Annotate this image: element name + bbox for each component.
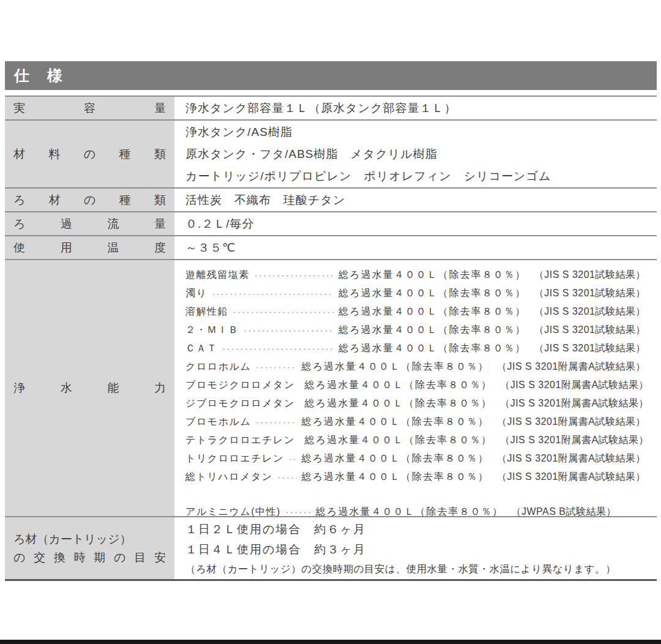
materials-line: 浄水タンク/AS樹脂 (185, 121, 646, 143)
substance-name: 溶解性鉛 (185, 302, 228, 320)
filtration-volume: 総ろ過水量４００Ｌ（除去率８０％） (338, 321, 526, 339)
purification-row: ジブロモクロロメタン総ろ過水量４００Ｌ（除去率８０％）（JIS S 3201附属… (185, 394, 646, 413)
row-flow-rate: ろ過流量 ０.２Ｌ/毎分 (5, 212, 657, 236)
substance-name: クロロホルム (185, 358, 251, 375)
replacement-line: １日４Ｌ使用の場合 約３ヶ月 (185, 539, 646, 560)
dot-leader (233, 302, 334, 321)
replacement-note: （ろ材（カートリッジ）の交換時期の目安は、使用水量・水質・水温により異なります。… (185, 560, 646, 578)
actual-capacity-label: 実容量 (13, 100, 166, 116)
filtration-volume: 総ろ過水量４００Ｌ（除去率８０％） (338, 302, 526, 320)
row-filter-media: ろ材の種類 活性炭 不織布 珪酸チタン (5, 189, 657, 212)
substance-name: 総トリハロメタン (185, 468, 273, 485)
actual-capacity-value: 浄水タンク部容量１Ｌ（原水タンク部容量１Ｌ） (185, 97, 646, 119)
materials-line: 原水タンク・フタ/ABS樹脂 メタクリル樹脂 (185, 143, 646, 165)
substance-name: ジブロモクロロメタン (185, 394, 295, 412)
filtration-volume: 総ろ過水量４００Ｌ（除去率８０％） (302, 449, 489, 467)
filtration-volume: 総ろ過水量４００Ｌ（除去率８０％） (305, 431, 492, 449)
row-purification: 浄水能力 遊離残留塩素総ろ過水量４００Ｌ（除去率８０％）（JIS S 3201試… (5, 260, 657, 517)
photo-bottom-edge (0, 640, 661, 644)
dot-leader (223, 339, 334, 358)
filter-media-label: ろ材の種類 (13, 192, 166, 208)
purification-row: 濁り総ろ過水量４００Ｌ（除去率８０％）（JIS S 3201試験結果） (185, 284, 646, 302)
materials-line: カートリッジ/ポリプロピレン ポリオレフィン シリコーンゴム (185, 165, 646, 187)
substance-name: ２・ＭＩＢ (185, 321, 239, 339)
row-actual-capacity: 実容量 浄水タンク部容量１Ｌ（原水タンク部容量１Ｌ） (5, 97, 657, 121)
substance-name: ブロモホルム (185, 413, 251, 430)
test-result: （JIS S 3201附属書A試験結果） (500, 431, 649, 449)
purification-label: 浄水能力 (13, 380, 166, 396)
flow-rate-value: ０.２Ｌ/毎分 (185, 213, 646, 235)
purification-row: 溶解性鉛総ろ過水量４００Ｌ（除去率８０％）（JIS S 3201試験結果） (185, 302, 646, 321)
temperature-label: 使用温度 (13, 240, 166, 256)
substance-name: ＣＡＴ (185, 339, 218, 357)
filtration-volume: 総ろ過水量４００Ｌ（除去率８０％） (338, 284, 526, 302)
filtration-volume: 総ろ過水量４００Ｌ（除去率８０％） (302, 413, 489, 430)
purification-row: 総トリハロメタン総ろ過水量４００Ｌ（除去率８０％）（JIS S 3201附属書A… (185, 468, 646, 486)
substance-name: テトラクロロエチレン (185, 431, 295, 449)
purification-row: クロロホルム総ろ過水量４００Ｌ（除去率８０％）（JIS S 3201附属書A試験… (185, 358, 646, 376)
test-result: （JIS S 3201附属書A試験結果） (497, 413, 646, 430)
replacement-label-line1: ろ材（カートリッジ） (13, 530, 166, 549)
dot-leader (255, 266, 334, 284)
filtration-volume: 総ろ過水量４００Ｌ（除去率８０％） (305, 394, 492, 412)
test-result: （JIS S 3201附属書A試験結果） (497, 449, 646, 467)
dot-leader (212, 284, 334, 302)
spec-table: 実容量 浄水タンク部容量１Ｌ（原水タンク部容量１Ｌ） 材料の種類 浄水タンク/A… (5, 95, 657, 581)
test-result: （JIS S 3201附属書A試験結果） (497, 468, 646, 485)
purification-row: 遊離残留塩素総ろ過水量４００Ｌ（除去率８０％）（JIS S 3201試験結果） (185, 266, 646, 284)
row-temperature: 使用温度 ～３５℃ (5, 236, 657, 260)
purification-row: トリクロロエチレン総ろ過水量４００Ｌ（除去率８０％）（JIS S 3201附属書… (185, 449, 646, 468)
materials-label: 材料の種類 (13, 146, 166, 162)
dot-leader (256, 358, 296, 376)
substance-name: 遊離残留塩素 (185, 266, 250, 283)
dot-leader (244, 321, 334, 339)
filtration-volume: 総ろ過水量４００Ｌ（除去率８０％） (302, 468, 489, 485)
test-result: （JIS S 3201試験結果） (534, 339, 646, 357)
purification-row: ２・ＭＩＢ総ろ過水量４００Ｌ（除去率８０％）（JIS S 3201試験結果） (185, 321, 646, 339)
test-result: （JIS S 3201附属書A試験結果） (500, 394, 649, 412)
filter-media-value: 活性炭 不織布 珪酸チタン (185, 189, 646, 211)
substance-name: トリクロロエチレン (185, 449, 284, 467)
test-result: （JIS S 3201附属書A試験結果） (497, 358, 646, 375)
substance-name: ブロモジクロロメタン (185, 376, 295, 394)
filtration-volume: 総ろ過水量４００Ｌ（除去率８０％） (338, 266, 526, 283)
test-result: （JIS S 3201附属書A試験結果） (500, 376, 649, 394)
flow-rate-label: ろ過流量 (13, 216, 166, 232)
test-result: （JIS S 3201試験結果） (534, 284, 646, 302)
spec-header-title: 仕 様 (5, 61, 657, 90)
filtration-volume: 総ろ過水量４００Ｌ（除去率８０％） (338, 339, 526, 357)
filtration-volume: 総ろ過水量４００Ｌ（除去率８０％） (305, 376, 492, 394)
dot-leader (278, 468, 297, 486)
dot-leader (256, 413, 296, 431)
test-result: （JIS S 3201試験結果） (534, 302, 646, 320)
row-materials: 材料の種類 浄水タンク/AS樹脂 原水タンク・フタ/ABS樹脂 メタクリル樹脂 … (5, 121, 657, 189)
temperature-value: ～３５℃ (185, 237, 646, 259)
test-result: （JIS S 3201試験結果） (534, 321, 646, 339)
purification-row: テトラクロロエチレン総ろ過水量４００Ｌ（除去率８０％）（JIS S 3201附属… (185, 431, 646, 449)
purification-row: ブロモホルム総ろ過水量４００Ｌ（除去率８０％）（JIS S 3201附属書A試験… (185, 413, 646, 431)
replacement-label-line2: の交換時期の目安 (13, 549, 166, 567)
substance-name: 濁り (185, 284, 207, 302)
purification-row: ブロモジクロロメタン総ろ過水量４００Ｌ（除去率８０％）（JIS S 3201附属… (185, 376, 646, 394)
test-result: （JIS S 3201試験結果） (534, 266, 646, 283)
spec-sheet: 仕 様 実容量 浄水タンク部容量１Ｌ（原水タンク部容量１Ｌ） 材料の種類 浄水タ… (5, 61, 657, 581)
purification-row: ＣＡＴ総ろ過水量４００Ｌ（除去率８０％）（JIS S 3201試験結果） (185, 339, 646, 358)
row-replacement: ろ材（カートリッジ） の交換時期の目安 １日２Ｌ使用の場合 約６ヶ月 １日４Ｌ使… (5, 517, 657, 579)
replacement-line: １日２Ｌ使用の場合 約６ヶ月 (185, 519, 646, 539)
filtration-volume: 総ろ過水量４００Ｌ（除去率８０％） (302, 358, 489, 375)
dot-leader (289, 449, 297, 468)
